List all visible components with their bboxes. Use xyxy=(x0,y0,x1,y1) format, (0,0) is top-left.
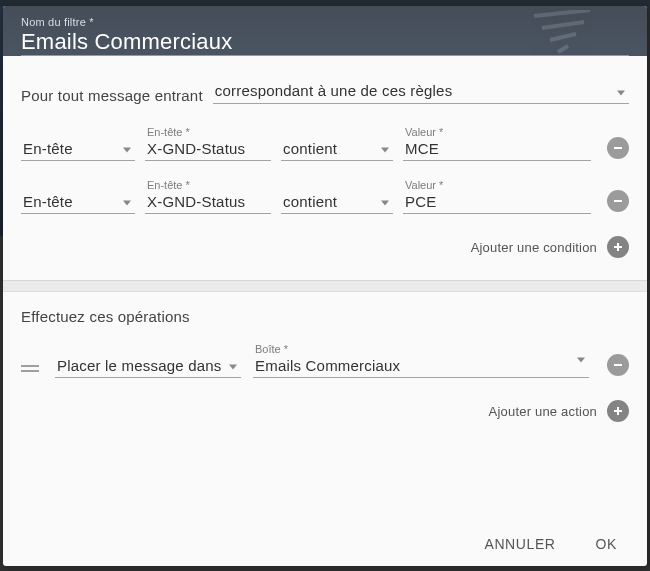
filter-dialog: Nom du filtre * Emails Commerciaux Pour … xyxy=(3,6,647,566)
add-action-row: Ajouter une action xyxy=(21,400,629,422)
chevron-down-icon xyxy=(123,201,131,206)
condition-row: En-tête En-tête * X-GND-Status contient … xyxy=(21,126,629,161)
operation-mailbox-value: Emails Commerciaux xyxy=(255,357,589,374)
condition-operator-value: contient xyxy=(283,193,393,210)
minus-icon xyxy=(612,142,624,154)
condition-header-value: X-GND-Status xyxy=(147,193,271,210)
svg-rect-5 xyxy=(614,200,622,202)
plus-icon xyxy=(612,241,624,253)
condition-value-value: MCE xyxy=(405,140,591,157)
filter-name-label: Nom du filtre * xyxy=(21,16,629,28)
chevron-down-icon xyxy=(617,90,625,95)
add-condition-button[interactable] xyxy=(607,236,629,258)
conditions-list: En-tête En-tête * X-GND-Status contient … xyxy=(21,126,629,214)
operation-action-value: Placer le message dans xyxy=(57,357,241,374)
condition-value-value: PCE xyxy=(405,193,591,210)
condition-value-label: Valeur * xyxy=(405,126,443,138)
condition-value-input[interactable]: Valeur * MCE xyxy=(403,126,591,161)
condition-row: En-tête En-tête * X-GND-Status contient … xyxy=(21,179,629,214)
remove-condition-button[interactable] xyxy=(607,190,629,212)
condition-type-select[interactable]: En-tête xyxy=(21,193,135,214)
dialog-footer: ANNULER OK xyxy=(3,522,647,566)
plus-icon xyxy=(612,405,624,417)
operation-row: Placer le message dans Boîte * Emails Co… xyxy=(21,343,629,378)
chevron-down-icon xyxy=(381,148,389,153)
minus-icon xyxy=(612,359,624,371)
drag-handle-icon[interactable] xyxy=(21,365,43,372)
condition-header-label: En-tête * xyxy=(147,126,190,138)
condition-type-value: En-tête xyxy=(23,193,135,210)
condition-operator-select[interactable]: contient xyxy=(281,140,393,161)
operation-mailbox-label: Boîte * xyxy=(255,343,288,355)
condition-type-select[interactable]: En-tête xyxy=(21,140,135,161)
condition-operator-select[interactable]: contient xyxy=(281,193,393,214)
condition-header-input[interactable]: En-tête * X-GND-Status xyxy=(145,179,271,214)
condition-header-input[interactable]: En-tête * X-GND-Status xyxy=(145,126,271,161)
add-action-button[interactable] xyxy=(607,400,629,422)
match-row: Pour tout message entrant correspondant … xyxy=(21,82,629,104)
cancel-button[interactable]: ANNULER xyxy=(484,536,555,552)
condition-value-input[interactable]: Valeur * PCE xyxy=(403,179,591,214)
chevron-down-icon xyxy=(229,365,237,370)
remove-condition-button[interactable] xyxy=(607,137,629,159)
chevron-down-icon xyxy=(123,148,131,153)
svg-rect-10 xyxy=(614,410,622,412)
remove-operation-button[interactable] xyxy=(607,354,629,376)
svg-rect-7 xyxy=(614,246,622,248)
add-condition-label: Ajouter une condition xyxy=(471,240,597,255)
ok-button[interactable]: OK xyxy=(596,536,617,552)
condition-operator-value: contient xyxy=(283,140,393,157)
minus-icon xyxy=(612,195,624,207)
condition-header-value: X-GND-Status xyxy=(147,140,271,157)
condition-type-value: En-tête xyxy=(23,140,135,157)
filter-name-input[interactable]: Emails Commerciaux xyxy=(21,29,629,55)
dialog-header: Nom du filtre * Emails Commerciaux xyxy=(3,6,647,56)
match-intro-label: Pour tout message entrant xyxy=(21,87,203,104)
match-mode-select[interactable]: correspondant à une de ces règles xyxy=(213,82,629,104)
svg-rect-4 xyxy=(614,147,622,149)
operations-section: Effectuez ces opérations Placer le messa… xyxy=(21,292,629,422)
add-action-label: Ajouter une action xyxy=(489,404,597,419)
svg-rect-8 xyxy=(614,364,622,366)
add-condition-row: Ajouter une condition xyxy=(21,236,629,258)
chevron-down-icon xyxy=(381,201,389,206)
match-mode-value: correspondant à une de ces règles xyxy=(215,82,629,99)
condition-value-label: Valeur * xyxy=(405,179,443,191)
section-divider xyxy=(3,280,647,292)
operations-title: Effectuez ces opérations xyxy=(21,308,629,325)
condition-header-label: En-tête * xyxy=(147,179,190,191)
chevron-down-icon xyxy=(577,358,585,363)
operation-action-select[interactable]: Placer le message dans xyxy=(55,357,241,378)
operation-mailbox-select[interactable]: Boîte * Emails Commerciaux xyxy=(253,343,589,378)
